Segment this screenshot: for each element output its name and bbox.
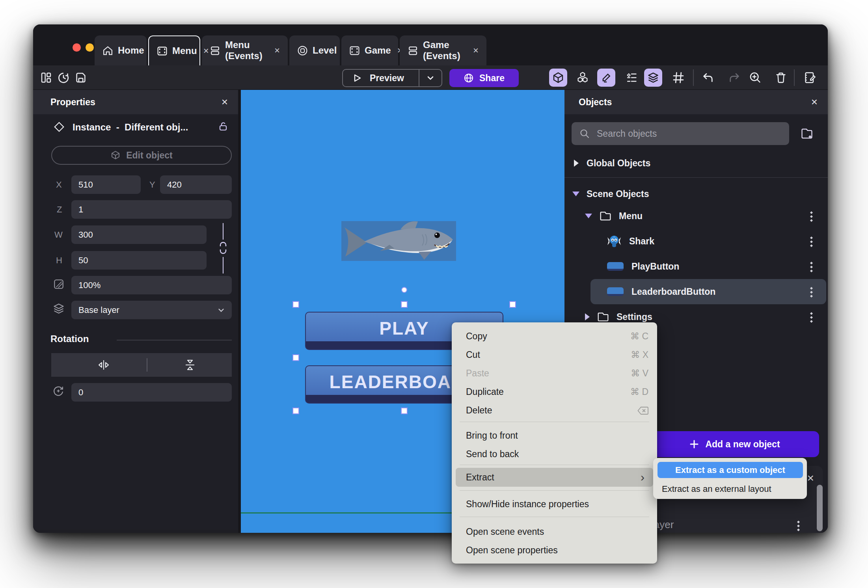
tree-item-leaderboardbutton[interactable]: LeaderboardButton xyxy=(564,281,828,302)
menu-item-delete[interactable]: Delete xyxy=(452,401,657,420)
menu-divider xyxy=(460,465,649,465)
rotate-handle[interactable] xyxy=(401,287,407,293)
tab-home[interactable]: Home xyxy=(95,35,147,65)
menu-item-duplicate[interactable]: Duplicate⌘ D xyxy=(452,383,657,401)
add-new-object-button[interactable]: Add a new object xyxy=(650,431,819,457)
close-traffic-light[interactable] xyxy=(73,43,81,52)
instances-group-icon[interactable] xyxy=(574,69,592,87)
opacity-input[interactable]: 100% xyxy=(71,276,232,294)
menu-divider xyxy=(460,490,649,491)
kebab-menu-icon[interactable] xyxy=(810,287,812,297)
preview-button[interactable]: Preview xyxy=(342,69,442,87)
close-icon[interactable]: × xyxy=(807,471,814,485)
redo-icon[interactable] xyxy=(725,69,743,87)
instance-properties-icon[interactable] xyxy=(622,69,641,87)
selection-handle-top-left[interactable] xyxy=(292,301,299,308)
add-new-object-label: Add a new object xyxy=(705,439,780,450)
z-label: Z xyxy=(57,205,62,215)
selection-handle-mid-left[interactable] xyxy=(292,354,299,361)
tab-close-icon[interactable]: × xyxy=(203,45,209,56)
kebab-menu-icon[interactable] xyxy=(797,521,799,531)
edit-scene-properties-icon[interactable] xyxy=(801,69,819,87)
menu-item-extract[interactable]: Extract › xyxy=(456,468,653,487)
preview-options-chevron-icon[interactable] xyxy=(419,74,441,82)
w-input[interactable]: 300 xyxy=(71,225,207,244)
zoom-icon[interactable] xyxy=(746,69,764,87)
button-thumbnail xyxy=(607,287,624,296)
layer-select[interactable]: Base layer xyxy=(71,301,232,319)
close-icon[interactable]: × xyxy=(222,96,228,108)
tree-folder-menu[interactable]: Menu xyxy=(564,206,828,226)
h-input[interactable]: 50 xyxy=(71,251,207,270)
shark-sprite[interactable] xyxy=(341,221,456,261)
menu-item-bring-to-front[interactable]: Bring to front xyxy=(452,426,657,445)
scrollbar-thumb[interactable] xyxy=(817,485,823,531)
rotation-input[interactable]: 0 xyxy=(71,383,232,402)
edit-mode-pencil-icon[interactable] xyxy=(597,69,615,87)
submenu-item-extract-external-layout[interactable]: Extract as an external layout xyxy=(662,482,771,496)
tree-item-playbutton[interactable]: PlayButton xyxy=(564,256,828,277)
flip-divider xyxy=(147,358,147,372)
tab-close-icon[interactable]: × xyxy=(274,45,280,56)
menu-item-copy[interactable]: Copy⌘ C xyxy=(452,327,657,346)
x-input[interactable]: 510 xyxy=(71,175,141,194)
flip-vertical-icon[interactable] xyxy=(184,359,196,371)
expand-right-icon xyxy=(574,160,579,167)
objects-mode-icon[interactable] xyxy=(549,69,567,87)
selection-handle-bottom-center[interactable] xyxy=(401,408,408,414)
unlock-icon[interactable] xyxy=(218,121,229,132)
share-button[interactable]: Share xyxy=(449,69,519,87)
tab-label: Game (Events) xyxy=(423,39,467,61)
kebab-menu-icon[interactable] xyxy=(810,237,812,247)
tree-item-shark[interactable]: Shark xyxy=(564,231,828,251)
menu-item-cut[interactable]: Cut⌘ X xyxy=(452,346,657,364)
shark-thumbnail xyxy=(607,234,621,248)
z-input[interactable]: 1 xyxy=(71,200,232,219)
folder-icon xyxy=(597,311,609,323)
tab-label: Home xyxy=(118,45,144,56)
edit-object-button[interactable]: Edit object xyxy=(51,146,232,165)
y-input[interactable]: 420 xyxy=(160,175,232,194)
scene-objects-group[interactable]: Scene Objects xyxy=(564,184,828,204)
kebab-menu-icon[interactable] xyxy=(810,313,812,322)
undo-icon[interactable] xyxy=(699,69,717,87)
global-objects-label: Global Objects xyxy=(587,158,650,169)
flip-horizontal-icon[interactable] xyxy=(97,359,110,371)
link-icon[interactable] xyxy=(218,241,228,255)
tab-game[interactable]: Game × xyxy=(341,35,398,65)
global-objects-group[interactable]: Global Objects xyxy=(564,153,828,173)
tab-menu[interactable]: Menu × xyxy=(148,35,200,65)
search-objects-input[interactable]: Search objects xyxy=(572,122,789,145)
submenu-item-extract-custom-object[interactable]: Extract as a custom object xyxy=(658,462,803,478)
selection-handle-top-center[interactable] xyxy=(401,301,408,308)
tab-label: Game xyxy=(365,45,391,56)
history-icon[interactable] xyxy=(54,69,73,87)
selection-handle-bottom-left[interactable] xyxy=(292,408,299,414)
kebab-menu-icon[interactable] xyxy=(810,262,812,272)
minimize-traffic-light[interactable] xyxy=(86,43,94,52)
grid-icon[interactable] xyxy=(669,69,687,87)
menu-item-show-hide-instance-properties[interactable]: Show/Hide instance properties xyxy=(452,495,657,514)
menu-item-open-scene-properties[interactable]: Open scene properties xyxy=(452,541,657,560)
tree-item-label: PlayButton xyxy=(631,261,679,272)
menu-divider xyxy=(460,422,649,422)
tab-game-events[interactable]: Game (Events) × xyxy=(400,35,486,65)
layers-panel-icon[interactable] xyxy=(644,69,662,87)
tab-level[interactable]: Level × xyxy=(289,35,340,65)
play-button-label: PLAY xyxy=(379,318,429,339)
save-icon[interactable] xyxy=(72,69,90,87)
globe-icon xyxy=(464,73,474,83)
project-manager-icon[interactable] xyxy=(37,69,55,87)
selection-handle-top-right[interactable] xyxy=(509,301,516,308)
menu-item-send-to-back[interactable]: Send to back xyxy=(452,445,657,463)
opacity-icon xyxy=(53,278,65,290)
close-icon[interactable]: × xyxy=(811,96,818,108)
trash-icon[interactable] xyxy=(772,69,790,87)
tab-menu-events[interactable]: Menu (Events) × xyxy=(202,35,288,65)
add-folder-icon[interactable] xyxy=(800,127,814,140)
expand-right-icon xyxy=(585,313,590,320)
scene-icon xyxy=(157,46,168,56)
kebab-menu-icon[interactable] xyxy=(810,212,812,221)
menu-item-open-scene-events[interactable]: Open scene events xyxy=(452,523,657,541)
tab-close-icon[interactable]: × xyxy=(473,45,479,56)
